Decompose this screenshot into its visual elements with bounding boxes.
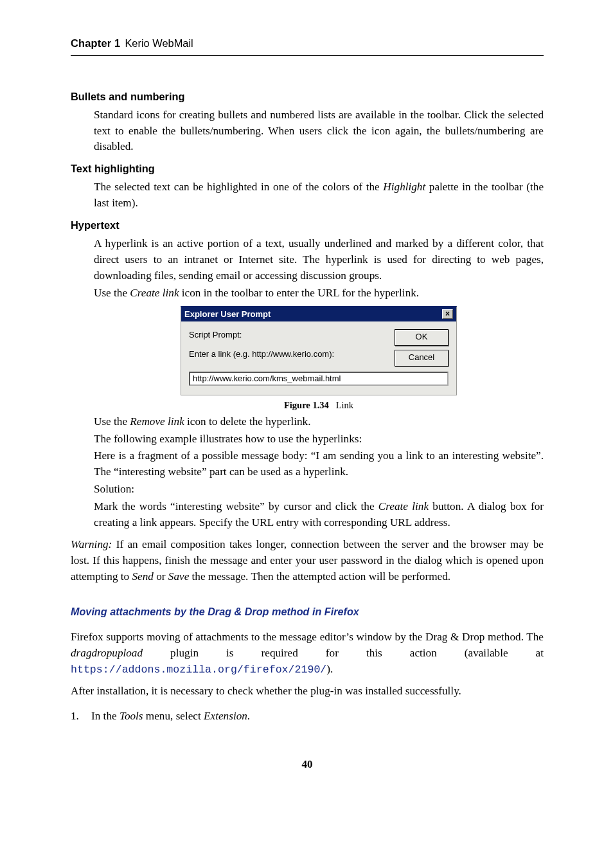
dd-bullets: Standard icons for creating bullets and … <box>94 107 544 156</box>
dt-hypertext: Hypertext <box>71 218 544 233</box>
dd-highlight: The selected text can be highlighted in … <box>94 179 544 212</box>
dialog-buttons: OK Cancel <box>395 329 449 366</box>
warning-save: Save <box>168 570 189 583</box>
page-number: 40 <box>71 757 544 773</box>
figcap-text: Link <box>336 400 353 410</box>
hyp-p3-em: Remove link <box>130 415 184 428</box>
hyp-p2-em: Create link <box>130 287 179 299</box>
hl-em: Highlight <box>383 181 425 193</box>
li-c: . <box>247 710 250 722</box>
addons-link[interactable]: https://addons.mozilla.org/firefox/2190/ <box>71 664 326 676</box>
firefox-p2: After installation, it is necessary to c… <box>71 683 544 700</box>
warning-paragraph: Warning: If an email composition takes l… <box>71 537 544 585</box>
firefox-step-1: 1. In the Tools menu, select Extension. <box>71 709 544 725</box>
cancel-button[interactable]: Cancel <box>395 350 449 366</box>
hyp-p7: Mark the words “interesting website” by … <box>94 499 544 531</box>
ff-p1a: Firefox supports moving of attachments t… <box>71 631 544 643</box>
hyp-p7-em: Create link <box>378 500 429 512</box>
dt-bullets: Bullets and numbering <box>71 89 544 105</box>
script-prompt-label: Script Prompt: <box>189 329 386 341</box>
dialog-left: Script Prompt: Enter a link (e.g. http:/… <box>189 329 386 366</box>
url-input[interactable] <box>189 372 449 386</box>
hl-pre: The selected text can be highlighted in … <box>94 181 383 193</box>
li-tools: Tools <box>120 710 143 722</box>
chapter-title: Kerio WebMail <box>125 36 193 51</box>
hyp-p2-pre: Use the <box>94 287 130 299</box>
figcap-bold: Figure 1.34 <box>284 400 329 410</box>
ok-button[interactable]: OK <box>395 329 449 346</box>
dd-hypertext: A hyperlink is an active portion of a te… <box>94 236 544 531</box>
dd-highlight-text: The selected text can be highlighted in … <box>94 179 544 212</box>
hyp-p1: A hyperlink is an active portion of a te… <box>94 236 544 284</box>
dialog-titlebar: Explorer User Prompt × <box>181 307 456 321</box>
enter-link-label: Enter a link (e.g. http://www.kerio.com)… <box>189 348 386 361</box>
li-b: menu, select <box>143 710 204 722</box>
dialog-input-row <box>181 372 456 395</box>
hyp-p2: Use the Create link icon in the toolbar … <box>94 285 544 302</box>
dialog-body: Script Prompt: Enter a link (e.g. http:/… <box>181 321 456 372</box>
li-a: In the <box>91 710 120 722</box>
ff-p1b: plugin is required for this action (avai… <box>143 647 544 659</box>
dt-highlight: Text highlighting <box>71 161 544 177</box>
firefox-p1: Firefox supports moving of attachments t… <box>71 629 544 678</box>
close-icon[interactable]: × <box>442 309 453 319</box>
figure-caption: Figure 1.34 Link <box>94 399 544 412</box>
firefox-heading: Moving attachments by the Drag & Drop me… <box>71 604 544 619</box>
hyp-p3-pre: Use the <box>94 415 130 428</box>
chapter-label: Chapter 1 <box>71 36 120 51</box>
hyp-p2-post: icon in the toolbar to enter the URL for… <box>179 287 420 299</box>
warning-label: Warning: <box>71 538 112 550</box>
dd-bullets-text: Standard icons for creating bullets and … <box>94 107 544 156</box>
running-head: Chapter 1 Kerio WebMail <box>71 36 544 56</box>
ff-plugin: dragdropupload <box>71 647 143 659</box>
step-text: In the Tools menu, select Extension. <box>91 709 250 725</box>
warning-send: Send <box>132 570 153 583</box>
hyp-p5: Here is a fragment of a possible message… <box>94 448 544 480</box>
hyp-p4: The following example illustrates how to… <box>94 431 544 448</box>
explorer-prompt-dialog: Explorer User Prompt × Script Prompt: En… <box>181 306 457 395</box>
hyp-p7-pre: Mark the words “interesting website” by … <box>94 500 378 512</box>
ff-p1c: ). <box>326 663 333 675</box>
li-extension: Extension <box>204 710 247 722</box>
hyp-p3-post: icon to delete the hyperlink. <box>184 415 311 428</box>
warning-mid: or <box>154 570 168 583</box>
step-number: 1. <box>71 709 91 725</box>
hyp-p6: Solution: <box>94 482 544 498</box>
warning-b2: the message. Then the attempted action w… <box>189 570 450 583</box>
dialog-title-text: Explorer User Prompt <box>184 310 271 318</box>
hyp-p3: Use the Remove link icon to delete the h… <box>94 414 544 430</box>
